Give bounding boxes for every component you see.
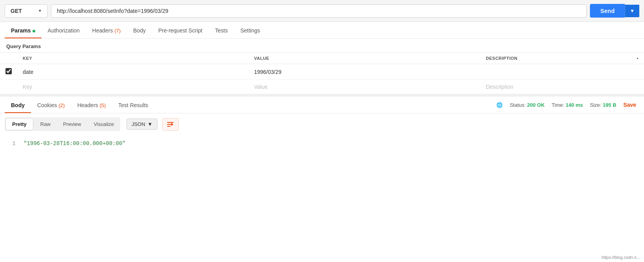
resp-tab-cookies[interactable]: Cookies (2): [31, 97, 71, 113]
method-label: GET: [11, 8, 22, 14]
format-raw[interactable]: Raw: [34, 117, 57, 131]
resp-tab-headers[interactable]: Headers (5): [71, 97, 112, 113]
cookies-badge: (2): [58, 102, 65, 108]
empty-key[interactable]: Key: [17, 80, 248, 94]
row-key[interactable]: date: [17, 64, 248, 80]
wrap-icon: [166, 121, 174, 128]
response-meta: 🌐 Status: 200 OK Time: 140 ms Size: 195 …: [496, 102, 639, 108]
query-params-label: Query Params: [0, 39, 644, 52]
code-content: "1996-03-28T16:00:00.000+00:00": [24, 139, 125, 149]
empty-description[interactable]: Description: [480, 80, 631, 94]
resp-tab-body[interactable]: Body: [5, 97, 31, 113]
format-visualize[interactable]: Visualize: [87, 117, 120, 131]
status-label: Status: 200 OK: [510, 102, 545, 108]
headers-badge: (7): [114, 28, 121, 34]
tab-tests[interactable]: Tests: [209, 22, 234, 38]
row-dot: [631, 64, 644, 80]
row-checkbox-cell[interactable]: [0, 64, 17, 80]
response-section: Body Cookies (2) Headers (5) Test Result…: [0, 94, 644, 153]
status-value: 200 OK: [527, 102, 545, 108]
type-label: JSON: [132, 121, 145, 127]
method-chevron-icon: ▼: [38, 9, 42, 13]
wrap-button[interactable]: [162, 118, 179, 131]
col-description: DESCRIPTION: [480, 53, 631, 64]
size-label: Size: 195 B: [590, 102, 616, 108]
time-label: Time: 140 ms: [552, 102, 583, 108]
row-value[interactable]: 1996/03/29: [248, 64, 480, 80]
format-pretty[interactable]: Pretty: [5, 118, 33, 130]
type-chevron-icon: ▼: [148, 121, 153, 127]
resp-headers-badge: (5): [99, 102, 106, 108]
empty-value[interactable]: Value: [248, 80, 480, 94]
col-checkbox: [0, 53, 17, 64]
tab-authorization[interactable]: Authorization: [42, 22, 86, 38]
send-button-group: Send ▼: [590, 4, 639, 18]
tab-settings[interactable]: Settings: [234, 22, 266, 38]
params-table: KEY VALUE DESCRIPTION • date 1996/03/29 …: [0, 52, 644, 94]
tab-prerequest[interactable]: Pre-request Script: [152, 22, 209, 38]
type-select[interactable]: JSON ▼: [127, 118, 158, 130]
col-value: VALUE: [248, 53, 480, 64]
time-value: 140 ms: [566, 102, 583, 108]
url-input[interactable]: [51, 4, 587, 18]
resp-tab-testresults[interactable]: Test Results: [112, 97, 154, 113]
globe-icon[interactable]: 🌐: [496, 102, 503, 108]
col-key: KEY: [17, 53, 248, 64]
response-tabs: Body Cookies (2) Headers (5) Test Result…: [0, 97, 644, 113]
col-action: •: [631, 53, 644, 64]
size-value: 195 B: [603, 102, 617, 108]
send-dropdown-button[interactable]: ▼: [625, 5, 639, 17]
row-checkbox[interactable]: [5, 68, 12, 74]
code-line-1: 1 "1996-03-28T16:00:00.000+00:00": [8, 139, 636, 149]
method-select[interactable]: GET ▼: [5, 4, 48, 18]
code-output: 1 "1996-03-28T16:00:00.000+00:00": [0, 135, 644, 153]
format-bar: Pretty Raw Preview Visualize JSON ▼: [0, 113, 644, 135]
url-bar: GET ▼ Send ▼: [0, 0, 644, 22]
request-tabs: Params Authorization Headers (7) Body Pr…: [0, 22, 644, 39]
format-preview[interactable]: Preview: [57, 117, 87, 131]
tab-headers[interactable]: Headers (7): [86, 22, 127, 38]
line-number: 1: [8, 139, 16, 149]
send-button[interactable]: Send: [590, 4, 625, 18]
table-empty-row: Key Value Description: [0, 80, 644, 94]
save-link[interactable]: Save: [623, 102, 636, 108]
row-description[interactable]: [480, 64, 631, 80]
format-group: Pretty Raw Preview Visualize: [5, 117, 120, 131]
table-row: date 1996/03/29: [0, 64, 644, 80]
tab-params[interactable]: Params: [5, 22, 42, 38]
params-dot: [33, 30, 35, 32]
tab-body[interactable]: Body: [127, 22, 152, 38]
